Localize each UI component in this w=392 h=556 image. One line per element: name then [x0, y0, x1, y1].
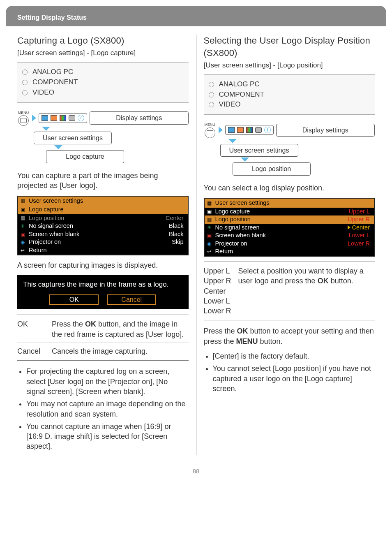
menu-icon: MENU — [204, 122, 216, 138]
left-title: Capturing a Logo (SX800) — [17, 35, 189, 47]
chevron-down-icon — [54, 145, 62, 149]
source-label: ANALOG PC — [219, 80, 260, 89]
source-item: VIDEO — [22, 88, 189, 97]
source-item: ANALOG PC — [22, 67, 189, 77]
menu-label: MENU — [17, 110, 30, 115]
radio-icon — [22, 80, 28, 85]
column-right: Selecting the User Logo Display Position… — [204, 35, 375, 454]
chevron-down-icon — [228, 139, 237, 143]
ui-row: ▣Logo capture Upper L — [205, 208, 374, 216]
ui-row: ▣Screen when blankBlack — [18, 230, 188, 239]
chevron-down-icon — [42, 127, 50, 131]
breadcrumb-mid: User screen settings — [34, 132, 112, 145]
radio-icon — [209, 92, 214, 97]
ui-return-row: ↩Return — [205, 248, 374, 256]
left-para2: A screen for capturing images is display… — [17, 260, 189, 270]
radio-icon — [22, 90, 28, 95]
ui-row: ▦Logo positionCenter — [18, 214, 188, 222]
list-item: You may not capture an image depending o… — [26, 399, 189, 419]
source-label: COMPONENT — [32, 78, 78, 87]
dialog-message: This captures the image in the frame as … — [23, 280, 183, 290]
right-para1: You can select a log display position. — [204, 183, 375, 193]
left-breadcrumb: MENU i Display settings User screen sett… — [17, 110, 189, 163]
breadcrumb-top: Display settings — [276, 124, 375, 137]
radio-icon — [209, 102, 214, 107]
right-ui-screenshot-1: ▦User screen settings ▣Logo capture Uppe… — [204, 198, 375, 257]
breadcrumb-leaf: Logo capture — [46, 150, 124, 163]
list-item: [Center] is the factory default. — [213, 351, 375, 361]
header-title: Setting Display Status — [17, 14, 87, 21]
source-item: VIDEO — [209, 100, 375, 109]
ui-row: ✳No signal screen Center — [205, 224, 374, 232]
right-para2: Press the OK button to accept your setti… — [204, 326, 375, 346]
breadcrumb-top: Display settings — [90, 111, 189, 125]
ui-row: ◉Projector on Lower R — [205, 240, 374, 248]
left-para1: You can capture a part of the images bei… — [17, 171, 189, 191]
def-row: Cancel Cancels the image capturing. — [17, 343, 189, 356]
right-bullets: [Center] is the factory default. You can… — [204, 351, 375, 394]
left-def-table: OK Press the OK button, and the image in… — [17, 315, 189, 361]
dialog-cancel-button[interactable]: Cancel — [107, 294, 156, 305]
right-path: [User screen settings] - [Logo position] — [204, 61, 375, 70]
tabstrip-icon: i — [39, 113, 87, 123]
source-label: VIDEO — [32, 88, 54, 97]
ui-row: ▦Logo position Upper R — [205, 215, 374, 224]
menu-icon: MENU — [17, 110, 30, 126]
list-item: For projecting the captured log on a scr… — [26, 366, 189, 396]
def-row: Upper L Upper R Center Lower L Lower R S… — [204, 266, 375, 316]
ui-row: ◉Projector onSkip — [18, 238, 188, 246]
def-row: OK Press the OK button, and the image in… — [17, 319, 189, 339]
dialog-ok-button[interactable]: OK — [49, 294, 99, 305]
source-item: ANALOG PC — [209, 80, 375, 89]
radio-icon — [209, 82, 214, 87]
chevron-right-icon — [219, 127, 223, 133]
right-breadcrumb: MENU i Display settings User screen sett… — [204, 122, 375, 175]
breadcrumb-leaf: Logo position — [233, 162, 311, 176]
left-path: [User screen settings] - [Logo capture] — [17, 49, 189, 58]
left-ui-screenshot-1: ▦User screen settings ▣Logo capture ▦Log… — [17, 196, 189, 255]
header-bar: Setting Display Status — [6, 6, 386, 26]
page-number: 88 — [17, 467, 375, 475]
capture-dialog: This captures the image in the frame as … — [17, 275, 189, 309]
ui-header: ▦User screen settings — [205, 199, 374, 208]
source-item: COMPONENT — [209, 90, 375, 100]
right-source-box: ANALOG PC COMPONENT VIDEO — [204, 74, 375, 115]
source-label: COMPONENT — [219, 90, 265, 100]
chevron-right-icon — [32, 115, 36, 121]
chevron-down-icon — [241, 158, 249, 162]
list-item: You cannot capture an image when [16:9] … — [26, 422, 189, 452]
ui-return-row: ↩Return — [18, 246, 188, 255]
left-source-box: ANALOG PC COMPONENT VIDEO — [17, 62, 189, 103]
tabstrip-icon: i — [225, 125, 274, 135]
ui-row: ▣Screen when blank Lower L — [205, 232, 374, 240]
ui-selected-row: ▣Logo capture — [18, 205, 188, 214]
right-title: Selecting the User Logo Display Position… — [204, 35, 375, 59]
right-def-table: Upper L Upper R Center Lower L Lower R S… — [204, 262, 375, 320]
left-bullets: For projecting the captured log on a scr… — [17, 366, 189, 451]
source-label: ANALOG PC — [32, 67, 73, 77]
radio-icon — [22, 70, 28, 75]
source-item: COMPONENT — [22, 78, 189, 87]
ui-row: ✳No signal screenBlack — [18, 222, 188, 230]
breadcrumb-mid: User screen settings — [220, 144, 298, 157]
list-item: You cannot select [Logo position] if you… — [213, 364, 375, 394]
source-label: VIDEO — [219, 100, 241, 109]
menu-label: MENU — [204, 122, 216, 127]
ui-header: ▦User screen settings — [18, 197, 188, 206]
page-content: Capturing a Logo (SX800) [User screen se… — [6, 35, 386, 492]
column-left: Capturing a Logo (SX800) [User screen se… — [17, 35, 196, 454]
